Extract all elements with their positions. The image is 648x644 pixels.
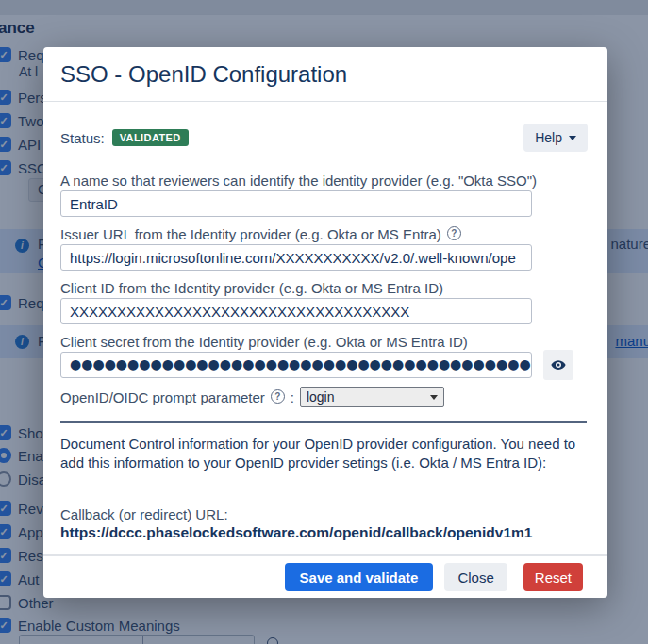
sso-openid-config-dialog: SSO - OpenID Configuration Status: VALID… — [43, 47, 607, 598]
status-badge: VALIDATED — [112, 129, 189, 146]
section-divider — [60, 421, 587, 423]
name-field-label: A name so that reviewers can identify th… — [60, 173, 537, 189]
client-secret-input[interactable]: ●●●●●●●●●●●●●●●●●●●●●●●●●●●●●●●●●●●●●●●● — [60, 352, 532, 378]
show-secret-button[interactable] — [543, 350, 573, 380]
chevron-down-icon — [569, 136, 576, 140]
help-dropdown[interactable]: Help — [523, 124, 588, 152]
dialog-title: SSO - OpenID Configuration — [60, 61, 347, 88]
question-mark-icon[interactable]: ? — [271, 389, 285, 404]
client-secret-field-label: Client secret from the Identity provider… — [60, 334, 468, 350]
question-mark-icon[interactable]: ? — [447, 226, 461, 240]
issuer-field-label: Issuer URL from the Identity provider (e… — [60, 226, 461, 242]
screen: ance ✓ Req At l ✓ Pers ✓ Two ✓ API ✓ SSO… — [0, 0, 648, 644]
prompt-separator: : — [291, 389, 294, 405]
dialog-footer: Save and validate Close Reset — [43, 554, 607, 598]
callback-url-value: https://dccc.phaselockedsoftware.com/ope… — [60, 524, 532, 541]
prompt-selected-option: login — [307, 389, 335, 405]
callback-url-label: Callback (or redirect) URL: — [60, 506, 228, 522]
document-control-info-text: Document Control information for your Op… — [60, 435, 589, 472]
reset-button[interactable]: Reset — [523, 563, 583, 591]
name-input[interactable] — [60, 190, 532, 217]
status-row: Status: VALIDATED — [60, 124, 189, 152]
help-dropdown-label: Help — [535, 130, 562, 145]
prompt-parameter-row: OpenID/OIDC prompt parameter ? : login — [60, 387, 444, 407]
issuer-url-input[interactable] — [60, 244, 532, 271]
prompt-parameter-label: OpenID/OIDC prompt parameter — [60, 389, 265, 405]
close-button[interactable]: Close — [444, 563, 507, 591]
client-id-input[interactable] — [60, 298, 532, 324]
eye-icon — [550, 356, 567, 373]
header-divider — [43, 101, 607, 102]
save-and-validate-button[interactable]: Save and validate — [285, 563, 434, 591]
client-id-field-label: Client ID from the Identity provider (e.… — [60, 280, 443, 296]
status-label: Status: — [60, 130, 105, 146]
prompt-parameter-select[interactable]: login — [300, 387, 444, 407]
chevron-down-icon — [430, 395, 438, 400]
